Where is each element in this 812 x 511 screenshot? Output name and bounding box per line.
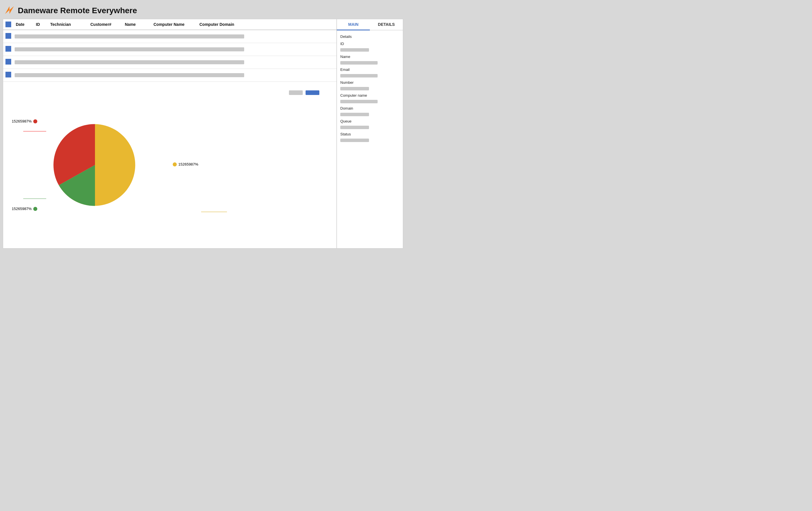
row-data-bar bbox=[14, 47, 244, 51]
detail-label-email: Email bbox=[340, 67, 399, 72]
left-panel: Date ID Technician Customer# Name Comput… bbox=[3, 19, 337, 248]
detail-value-computer-name bbox=[340, 100, 378, 103]
app-header: Dameware Remote Everywhere bbox=[3, 3, 403, 19]
table-row[interactable] bbox=[3, 69, 337, 82]
detail-value-domain bbox=[340, 113, 369, 116]
detail-label-number: Number bbox=[340, 80, 399, 85]
legend-yellow-label: 15265987% bbox=[178, 162, 198, 166]
th-id: ID bbox=[35, 22, 49, 27]
legend-yellow: 15265987% bbox=[173, 162, 198, 166]
connector-yellow bbox=[201, 212, 227, 212]
detail-label-computer-name: Computer name bbox=[340, 93, 399, 97]
tab-details[interactable]: DETAILS bbox=[370, 19, 403, 30]
table-row[interactable] bbox=[3, 30, 337, 43]
pie-chart-svg bbox=[52, 122, 138, 208]
th-customer: Customer# bbox=[89, 22, 124, 27]
legend-red: 15265987% bbox=[12, 119, 37, 123]
row-checkbox[interactable] bbox=[5, 59, 11, 64]
detail-value-name bbox=[340, 61, 378, 64]
chart-buttons bbox=[289, 90, 319, 95]
select-all-checkbox[interactable] bbox=[5, 22, 11, 27]
row-checkbox[interactable] bbox=[5, 72, 11, 78]
table-row[interactable] bbox=[3, 43, 337, 56]
detail-value-email bbox=[340, 74, 378, 78]
tabs-row: MAIN DETAILS bbox=[337, 19, 403, 30]
detail-label-id: ID bbox=[340, 41, 399, 46]
pie-chart-container: 15265987% 15265987% bbox=[35, 116, 155, 214]
tab-main[interactable]: MAIN bbox=[337, 19, 370, 30]
app-title: Dameware Remote Everywhere bbox=[18, 6, 137, 15]
th-computer-name: Computer Name bbox=[152, 22, 198, 27]
legend-red-label: 15265987% bbox=[12, 119, 32, 123]
connector-red bbox=[23, 131, 46, 132]
th-checkbox[interactable] bbox=[4, 22, 14, 27]
legend-green: 15265987% bbox=[12, 206, 37, 211]
app-container: Dameware Remote Everywhere Date ID Techn… bbox=[0, 0, 406, 255]
th-technician: Technician bbox=[49, 22, 89, 27]
th-name: Name bbox=[124, 22, 152, 27]
detail-value-queue bbox=[340, 126, 369, 129]
detail-label-status: Status bbox=[340, 132, 399, 136]
row-checkbox[interactable] bbox=[5, 46, 11, 52]
detail-label-name: Name bbox=[340, 55, 399, 59]
detail-value-status bbox=[340, 139, 369, 142]
legend-red-dot bbox=[33, 119, 37, 123]
main-layout: Date ID Technician Customer# Name Comput… bbox=[3, 19, 403, 249]
detail-value-id bbox=[340, 48, 369, 52]
svg-marker-0 bbox=[5, 6, 14, 14]
chart-area: 15265987% 15265987% bbox=[3, 82, 337, 248]
th-computer-domain: Computer Domain bbox=[198, 22, 247, 27]
detail-label-domain: Domain bbox=[340, 106, 399, 110]
table-body bbox=[3, 30, 337, 82]
cancel-button[interactable] bbox=[289, 90, 303, 95]
table-row[interactable] bbox=[3, 56, 337, 69]
legend-yellow-dot bbox=[173, 162, 177, 166]
detail-label-details: Details bbox=[340, 34, 399, 39]
table-header: Date ID Technician Customer# Name Comput… bbox=[3, 19, 337, 30]
detail-value-number bbox=[340, 87, 369, 90]
details-content: Details ID Name Email Number Computer na… bbox=[337, 30, 403, 145]
detail-label-queue: Queue bbox=[340, 119, 399, 123]
row-checkbox[interactable] bbox=[5, 33, 11, 39]
dameware-logo-icon bbox=[4, 5, 15, 16]
legend-green-dot bbox=[33, 207, 37, 211]
th-date: Date bbox=[14, 22, 35, 27]
legend-green-label: 15265987% bbox=[12, 206, 32, 211]
row-data-bar bbox=[14, 34, 244, 38]
row-data-bar bbox=[14, 73, 244, 77]
row-data-bar bbox=[14, 60, 244, 64]
right-panel: MAIN DETAILS Details ID Name Email Numbe… bbox=[337, 19, 403, 248]
confirm-button[interactable] bbox=[306, 90, 319, 95]
